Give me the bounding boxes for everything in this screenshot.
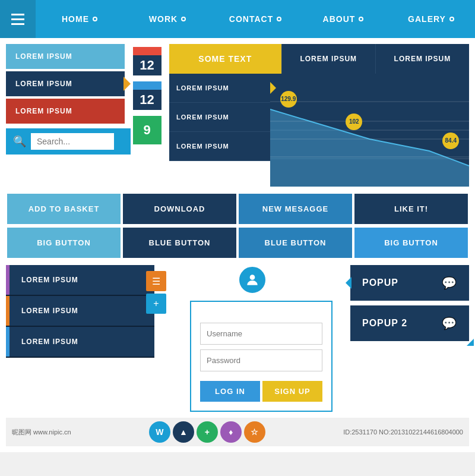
popup-right-accent: [467, 332, 474, 346]
footer-icon-5: ☆: [244, 421, 265, 443]
signup-button[interactable]: SIGN UP: [262, 381, 322, 402]
badge-number-2: 12: [133, 90, 162, 110]
hamburger-button[interactable]: [0, 0, 36, 38]
chart-dot-2: 102: [346, 114, 362, 130]
buttons-section: ADD TO BASKET DOWNLOAD NEW MESAGGE LIKE …: [6, 193, 469, 259]
nav-dot-icon: [359, 17, 363, 21]
bottom-list-item-3[interactable]: LOREM IPSUM: [6, 327, 154, 358]
bottom-list-item-1[interactable]: LOREM IPSUM: [6, 265, 154, 296]
arrow-icon: [124, 77, 131, 91]
nav-item-home[interactable]: HOME: [36, 0, 124, 38]
popup-left-accent: [346, 277, 352, 289]
plus-icon-button[interactable]: +: [146, 294, 166, 314]
nav-item-about[interactable]: ABOUT: [299, 0, 387, 38]
chat-icon: 💬: [442, 276, 457, 290]
nav-dot-icon: [449, 17, 454, 21]
login-wrapper: LOG IN SIGN UP: [172, 265, 332, 412]
content-list-item-3[interactable]: LOREM IPSUM: [169, 132, 270, 161]
search-icon: 🔍: [13, 135, 26, 148]
search-input[interactable]: [31, 133, 114, 150]
nav-item-galery[interactable]: GALERY: [387, 0, 475, 38]
tab-some-text[interactable]: SOME TEXT: [169, 44, 281, 74]
chart-dot-3: 84.4: [442, 133, 459, 149]
login-button[interactable]: LOG IN: [200, 381, 260, 402]
blue-button-1[interactable]: BLUE BUTTON: [123, 228, 236, 258]
footer-icon-1: W: [149, 421, 170, 443]
badge-column: 12 12 9: [131, 47, 163, 187]
footer-icon-2: ▲: [173, 421, 194, 443]
sidebar-list: LOREM IPSUM LOREM IPSUM LOREM IPSUM 🔍: [6, 44, 125, 187]
bottom-left-panel: LOREM IPSUM LOREM IPSUM LOREM IPSUM ☰ +: [6, 265, 154, 412]
username-input[interactable]: [200, 323, 322, 345]
new-message-button[interactable]: NEW MESAGGE: [239, 194, 352, 224]
footer-icons: W ▲ + ♦ ☆: [149, 421, 265, 443]
download-button[interactable]: DOWNLOAD: [123, 194, 236, 224]
nav-dot-icon: [181, 17, 186, 21]
search-bar: 🔍: [6, 128, 131, 155]
popup-button-2[interactable]: POPUP 2 💬: [350, 305, 469, 341]
footer-icon-3: +: [197, 421, 218, 443]
menu-icon-button[interactable]: ☰: [146, 271, 166, 291]
right-panel: SOME TEXT LOREM IPSUM LOREM IPSUM LOREM …: [169, 44, 469, 187]
content-list: LOREM IPSUM LOREM IPSUM LOREM IPSUM: [169, 74, 270, 187]
tab-row: SOME TEXT LOREM IPSUM LOREM IPSUM: [169, 44, 469, 74]
accent-orange: [6, 296, 10, 326]
content-rows: LOREM IPSUM LOREM IPSUM LOREM IPSUM: [169, 74, 469, 187]
sidebar-item-1[interactable]: LOREM IPSUM: [6, 44, 125, 69]
accent-blue: [6, 327, 10, 357]
bottom-icons: ☰ +: [146, 271, 166, 314]
badge-12-blue: 12: [133, 81, 162, 110]
footer-icon-4: ♦: [220, 421, 242, 443]
user-icon: [245, 272, 260, 288]
watermark-text: 昵图网 www.nipic.cn: [12, 428, 71, 437]
footer-bar: 昵图网 www.nipic.cn W ▲ + ♦ ☆ ID:2531170 NO…: [6, 418, 469, 446]
content-list-item-2[interactable]: LOREM IPSUM: [169, 103, 270, 132]
row1: LOREM IPSUM LOREM IPSUM LOREM IPSUM 🔍 12: [6, 44, 469, 187]
badge-top-blue: [133, 81, 162, 90]
tab-lorem-1[interactable]: LOREM IPSUM: [281, 44, 375, 74]
btn-row-2: BIG BUTTON BLUE BUTTON BLUE BUTTON BIG B…: [6, 226, 469, 259]
accent-purple: [6, 265, 10, 295]
badge-number-1: 12: [133, 55, 162, 75]
password-input[interactable]: [200, 349, 322, 371]
big-button-2[interactable]: BIG BUTTON: [354, 228, 468, 258]
like-it-button[interactable]: LIKE IT!: [354, 194, 468, 224]
badge-top-red: [133, 47, 162, 55]
popup-section: POPUP 💬 POPUP 2 💬: [350, 265, 469, 412]
user-avatar: [238, 265, 267, 295]
nav-items: HOME WORK CONTACT ABOUT GALERY: [36, 0, 475, 38]
navbar: HOME WORK CONTACT ABOUT GALERY: [0, 0, 475, 38]
content-list-item-1[interactable]: LOREM IPSUM: [169, 74, 270, 103]
footer-id-text: ID:2531170 NO:20131022144616804000: [343, 428, 463, 436]
popup-button-1[interactable]: POPUP 💬: [350, 265, 469, 301]
hamburger-line: [11, 14, 24, 15]
nav-dot-icon: [93, 17, 97, 21]
login-buttons: LOG IN SIGN UP: [200, 381, 322, 402]
arrow-right-icon: [270, 82, 276, 94]
add-to-basket-button[interactable]: ADD TO BASKET: [7, 194, 121, 224]
badge-9-green: 9: [133, 116, 162, 144]
sidebar-item-2[interactable]: LOREM IPSUM: [6, 71, 125, 96]
badge-12-red: 12: [133, 47, 162, 75]
login-form: LOG IN SIGN UP: [190, 301, 332, 412]
hamburger-line: [11, 18, 24, 20]
hamburger-line: [11, 23, 24, 25]
login-form-inner: LOG IN SIGN UP: [191, 302, 331, 411]
chart-dot-1: 129.9: [280, 91, 297, 108]
bottom-section: LOREM IPSUM LOREM IPSUM LOREM IPSUM ☰ +: [6, 265, 469, 412]
chart-svg: [270, 74, 469, 187]
chat-icon-2: 💬: [442, 316, 457, 330]
nav-item-contact[interactable]: CONTACT: [211, 0, 299, 38]
tab-lorem-2[interactable]: LOREM IPSUM: [375, 44, 469, 74]
btn-row-1: ADD TO BASKET DOWNLOAD NEW MESAGGE LIKE …: [6, 193, 469, 225]
bottom-list-item-2[interactable]: LOREM IPSUM: [6, 296, 154, 327]
chart-area: 129.9 102 84.4: [270, 74, 469, 187]
sidebar-item-3[interactable]: LOREM IPSUM: [6, 99, 125, 124]
nav-dot-icon: [277, 17, 281, 21]
blue-button-2[interactable]: BLUE BUTTON: [239, 228, 352, 258]
nav-item-work[interactable]: WORK: [124, 0, 211, 38]
main-content: LOREM IPSUM LOREM IPSUM LOREM IPSUM 🔍 12: [0, 38, 475, 452]
svg-point-7: [250, 275, 255, 280]
big-button-1[interactable]: BIG BUTTON: [7, 228, 121, 258]
